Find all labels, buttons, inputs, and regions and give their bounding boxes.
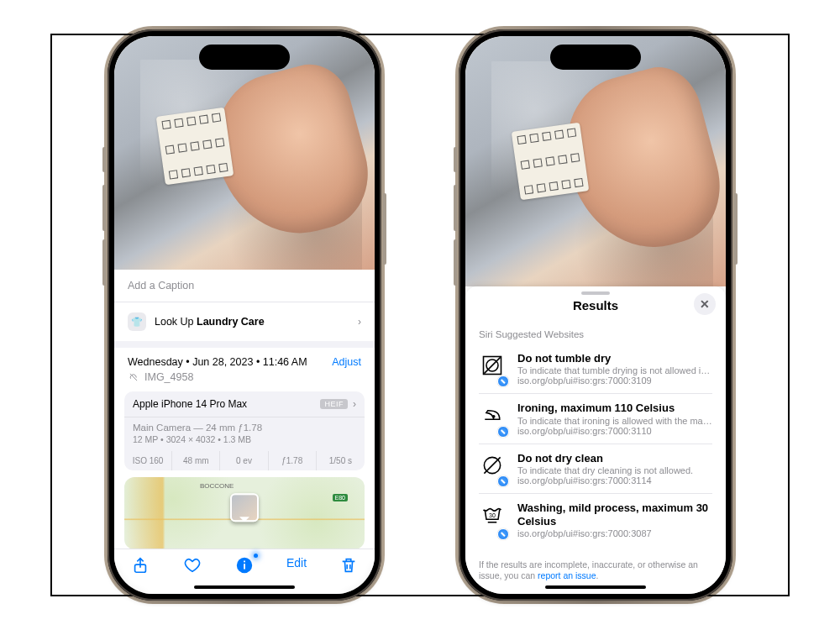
photo-preview[interactable] (114, 36, 375, 270)
safari-icon (497, 426, 509, 438)
result-row[interactable]: Do not tumble dry To indicate that tumbl… (479, 344, 712, 394)
safari-icon (497, 375, 509, 387)
visual-lookup-row[interactable]: 👕 Look Up Laundry Care › (114, 302, 375, 348)
result-title: Do not tumble dry (517, 352, 712, 365)
location-map[interactable]: BOCCONE E80 (124, 477, 365, 549)
volume-down-button[interactable] (454, 239, 457, 286)
power-button[interactable] (734, 193, 738, 265)
exif-iso: ISO 160 (124, 451, 172, 470)
result-title: Ironing, maximum 110 Celsius (517, 402, 712, 415)
caption-field[interactable]: Add a Caption (114, 270, 375, 302)
exif-focal: 48 mm (172, 451, 220, 470)
laundry-care-icon: 👕 (128, 312, 146, 331)
dynamic-island[interactable] (199, 45, 290, 70)
power-button[interactable] (383, 193, 386, 265)
volume-up-button[interactable] (102, 185, 106, 231)
camera-lens-line: Main Camera — 24 mm ƒ1.78 (124, 417, 365, 433)
device-model: Apple iPhone 14 Pro Max (133, 398, 247, 410)
results-sheet: Results ✕ Siri Suggested Websites Do not… (465, 286, 726, 594)
result-title: Do not dry clean (517, 452, 712, 465)
share-button[interactable] (122, 556, 159, 577)
svg-rect-3 (244, 561, 245, 563)
delete-button[interactable] (330, 556, 367, 577)
chevron-right-icon: › (358, 316, 361, 328)
result-url: iso.org/obp/ui#iso:grs:7000:3109 (517, 375, 712, 386)
iron-one-dot-icon (479, 403, 506, 435)
care-label-in-photo (156, 108, 234, 186)
do-not-dry-clean-icon (479, 454, 506, 486)
mute-switch[interactable] (102, 147, 106, 172)
exif-grid: ISO 160 48 mm 0 ev ƒ1.78 1/50 s (124, 451, 365, 470)
result-desc: To indicate that dry cleaning is not all… (517, 465, 712, 475)
exif-aperture: ƒ1.78 (269, 451, 317, 470)
result-row[interactable]: Do not dry clean To indicate that dry cl… (479, 444, 712, 494)
result-url: iso.org/obp/ui#iso:grs:7000:3114 (517, 475, 712, 486)
camera-specs-line: 12 MP • 3024 × 4032 • 1.3 MB (124, 433, 365, 451)
exif-ev: 0 ev (220, 451, 268, 470)
map-road-badge: E80 (333, 494, 348, 501)
iphone-right: Results ✕ Siri Suggested Websites Do not… (459, 29, 732, 601)
wash-30-mild-icon: 30 (479, 503, 506, 539)
safari-icon (497, 475, 509, 487)
home-indicator[interactable] (545, 585, 646, 589)
results-section-header: Siri Suggested Websites (465, 324, 726, 344)
result-desc: To indicate that ironing is allowed with… (517, 416, 712, 426)
lookup-prefix: Look Up (155, 316, 197, 328)
report-issue-link[interactable]: report an issue (538, 570, 596, 580)
capture-datetime: Wednesday • Jun 28, 2023 • 11:46 AM (128, 356, 307, 368)
results-title: Results (573, 298, 618, 312)
result-row[interactable]: Ironing, maximum 110 Celsius To indicate… (479, 394, 712, 444)
result-desc: To indicate that tumble drying is not al… (517, 365, 712, 375)
care-label-in-photo (512, 123, 590, 201)
volume-down-button[interactable] (102, 239, 106, 286)
favorite-button[interactable] (174, 556, 211, 577)
close-button[interactable]: ✕ (694, 293, 716, 315)
chevron-right-icon: › (353, 398, 356, 410)
not-synced-icon (128, 371, 139, 383)
svg-rect-2 (244, 564, 245, 569)
safari-icon (497, 528, 509, 540)
mute-switch[interactable] (454, 147, 457, 172)
screenshot-outer-frame: Add a Caption 👕 Look Up Laundry Care › W… (50, 34, 790, 596)
svg-text:30: 30 (489, 512, 496, 517)
format-badge: HEIF (320, 399, 348, 409)
iphone-left: Add a Caption 👕 Look Up Laundry Care › W… (108, 29, 381, 601)
map-pin-thumbnail (230, 493, 259, 522)
visual-lookup-info-button[interactable] (226, 556, 263, 577)
exif-shutter: 1/50 s (317, 451, 365, 470)
photo-preview[interactable] (465, 36, 726, 286)
lookup-subject: Laundry Care (197, 316, 265, 328)
result-url: iso.org/obp/ui#iso:grs:7000:3110 (517, 426, 712, 436)
close-icon: ✕ (700, 297, 710, 311)
svg-point-7 (493, 416, 495, 417)
dynamic-island[interactable] (550, 45, 641, 70)
camera-info-card[interactable]: Apple iPhone 14 Pro Max HEIF › Main Came… (124, 391, 365, 470)
map-locality-label: BOCCONE (200, 482, 234, 490)
edit-button[interactable]: Edit (278, 556, 315, 570)
result-row[interactable]: 30 Washing, mild process, maximum 30 Cel… (479, 494, 712, 547)
photo-filename: IMG_4958 (144, 371, 193, 383)
adjust-button[interactable]: Adjust (332, 356, 361, 368)
home-indicator[interactable] (194, 585, 295, 589)
result-title: Washing, mild process, maximum 30 Celsiu… (517, 501, 712, 529)
result-url: iso.org/obp/ui#iso:grs:7000:3087 (517, 528, 712, 538)
do-not-tumble-dry-icon (479, 354, 506, 386)
volume-up-button[interactable] (454, 185, 457, 231)
